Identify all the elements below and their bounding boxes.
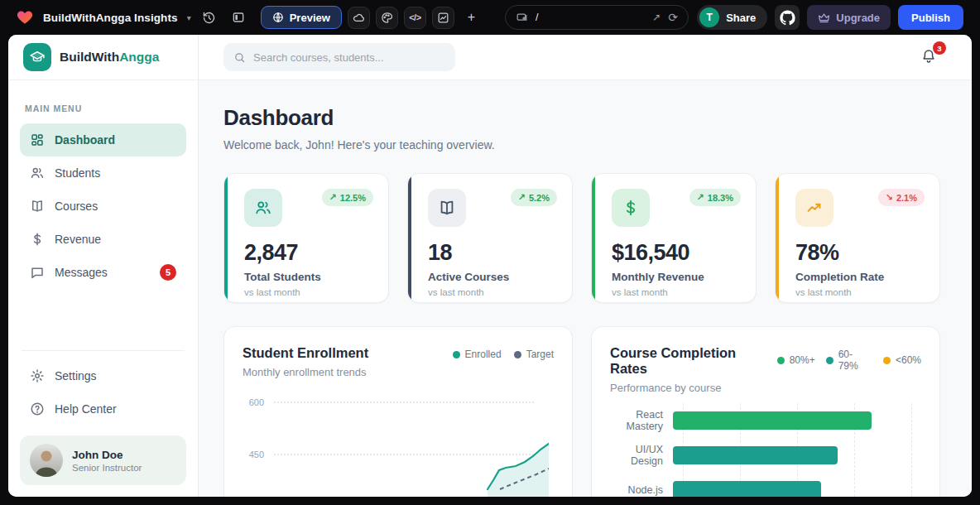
- builder-toolbar: BuildWithAngga Insights ▾ Preview </>: [0, 0, 980, 35]
- sidebar-item-messages[interactable]: Messages 5: [20, 256, 186, 289]
- chevron-down-icon[interactable]: ▾: [187, 13, 191, 22]
- sidebar-nav: MAIN MENU Dashboard Students: [8, 80, 198, 497]
- chart-title: Course Completion Rates: [610, 345, 777, 377]
- sidebar-item-revenue[interactable]: Revenue: [20, 223, 186, 256]
- legend-dot: [826, 357, 833, 364]
- page-title: Dashboard: [223, 105, 940, 131]
- stat-value: 78%: [795, 240, 925, 266]
- globe-icon: [272, 12, 284, 23]
- chart-title: Student Enrollment: [243, 345, 368, 361]
- github-icon[interactable]: [775, 5, 800, 30]
- analytics-chart-icon[interactable]: [432, 7, 454, 29]
- dashboard-page: Dashboard Welcome back, John! Here's you…: [199, 80, 972, 497]
- url-path[interactable]: /: [536, 12, 645, 23]
- builder-logo-heart-icon: [17, 9, 33, 26]
- bar-uiux-design: [673, 446, 838, 464]
- sidebar-item-courses[interactable]: Courses: [20, 190, 186, 223]
- stat-value: 18: [428, 240, 557, 266]
- chart-subtitle: Monthly enrollment trends: [243, 366, 368, 378]
- chart-legend: Enrolled Target: [453, 349, 554, 360]
- stat-sub: vs last month: [428, 287, 557, 297]
- notifications-bell[interactable]: 3: [920, 47, 939, 67]
- completion-bar-row: UI/UX Design: [610, 438, 921, 473]
- accent-stripe: [408, 174, 411, 302]
- completion-chart-card: Course Completion Rates Performance by c…: [591, 326, 940, 497]
- app-brand[interactable]: BuildWithAngga: [8, 35, 198, 80]
- legend-item-enrolled: Enrolled: [453, 349, 502, 360]
- accent-stripe: [224, 174, 228, 302]
- profile-card[interactable]: John Doe Senior Instructor: [20, 435, 186, 485]
- messages-chat-icon: [30, 265, 45, 280]
- history-icon[interactable]: [199, 7, 220, 28]
- bar-label: UI/UX Design: [610, 444, 673, 467]
- trend-badge: ↗18.3%: [689, 189, 741, 206]
- cloud-icon[interactable]: [348, 7, 370, 29]
- stat-label: Monthly Revenue: [612, 271, 741, 283]
- refresh-icon[interactable]: ⟳: [668, 11, 678, 24]
- add-page-button[interactable]: +: [460, 7, 483, 29]
- app-topbar: 3: [199, 35, 972, 80]
- completion-bar-row: React Mastery: [610, 403, 921, 438]
- charts-row: Student Enrollment Monthly enrollment tr…: [223, 326, 940, 497]
- trending-up-icon: [795, 189, 833, 227]
- sidebar-item-dashboard[interactable]: Dashboard: [20, 123, 186, 156]
- trend-badge: ↗5.2%: [511, 189, 557, 206]
- courses-book-icon: [428, 189, 466, 227]
- trend-badge: ↗12.5%: [322, 189, 373, 206]
- bar-react-mastery: [673, 411, 872, 430]
- divider: [22, 350, 185, 351]
- share-button[interactable]: T Share: [697, 5, 767, 30]
- sidebar: BuildWithAngga MAIN MENU Dashboard: [8, 35, 199, 497]
- sidebar-footer: Settings Help Center: [20, 344, 186, 485]
- stat-card-completion-rate: ↘2.1% 78% Completion Rate vs last month: [775, 173, 940, 303]
- enrolled-area: [488, 444, 549, 497]
- y-tick: 600: [243, 397, 264, 407]
- bar-nodejs: [673, 481, 821, 497]
- theme-palette-icon[interactable]: [376, 7, 398, 29]
- brand-name: BuildWithAngga: [60, 50, 159, 65]
- avatar: [30, 444, 63, 477]
- notification-count-badge: 3: [933, 41, 946, 55]
- y-tick: 450: [243, 450, 264, 459]
- page-subtitle: Welcome back, John! Here's your teaching…: [223, 138, 940, 152]
- stat-sub: vs last month: [244, 287, 373, 297]
- viewport-desktop-icon[interactable]: [516, 12, 528, 24]
- sidebar-item-students[interactable]: Students: [20, 156, 186, 190]
- completion-bar-row: Node.js: [610, 473, 921, 497]
- courses-book-icon: [30, 199, 45, 214]
- stat-card-total-students: ↗12.5% 2,847 Total Students vs last mont…: [223, 173, 389, 303]
- dashboard-grid-icon: [30, 132, 45, 147]
- open-external-icon[interactable]: ↗: [652, 12, 661, 23]
- sidebar-item-settings[interactable]: Settings: [20, 359, 186, 392]
- stat-value: $16,540: [612, 240, 741, 266]
- preview-canvas: BuildWithAngga MAIN MENU Dashboard: [8, 35, 972, 497]
- search-bar[interactable]: [223, 43, 455, 71]
- revenue-dollar-icon: [30, 232, 45, 247]
- enrollment-line-svg: [276, 400, 549, 497]
- code-icon[interactable]: </>: [404, 7, 426, 29]
- profile-role: Senior Instructor: [72, 463, 142, 473]
- legend-dot: [777, 357, 785, 364]
- sidebar-item-help-center[interactable]: Help Center: [20, 392, 186, 426]
- bar-label: Node.js: [610, 484, 673, 496]
- students-icon: [244, 189, 282, 227]
- graduation-cap-icon: [23, 43, 51, 71]
- preview-button[interactable]: Preview: [261, 6, 342, 29]
- url-bar[interactable]: / ↗ ⟳: [505, 5, 689, 30]
- search-input[interactable]: [253, 51, 445, 64]
- publish-button[interactable]: Publish: [898, 5, 963, 30]
- gear-icon: [30, 368, 45, 383]
- stat-value: 2,847: [244, 240, 373, 266]
- main-content: 3 Dashboard Welcome back, John! Here's y…: [199, 35, 972, 497]
- upgrade-button[interactable]: Upgrade: [807, 5, 891, 30]
- stat-sub: vs last month: [795, 287, 925, 297]
- legend-dot: [514, 351, 521, 358]
- bar-rows: React Mastery UI/UX Design Node.js: [610, 403, 921, 497]
- project-title[interactable]: BuildWithAngga Insights: [43, 12, 178, 24]
- revenue-dollar-icon: [612, 189, 650, 227]
- panel-toggle-icon[interactable]: [228, 7, 249, 28]
- stat-label: Completion Rate: [795, 271, 925, 283]
- stat-cards-row: ↗12.5% 2,847 Total Students vs last mont…: [223, 173, 940, 303]
- trend-badge: ↘2.1%: [878, 189, 925, 206]
- accent-stripe: [592, 174, 595, 302]
